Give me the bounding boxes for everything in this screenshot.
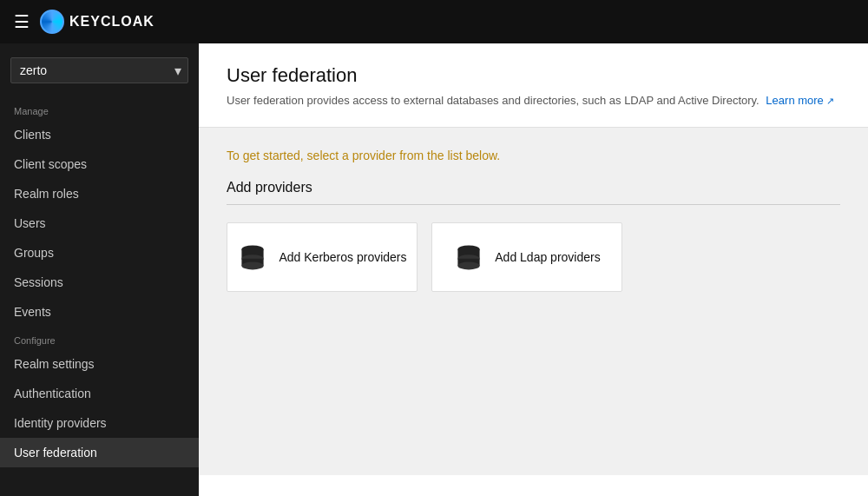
sidebar-item-user-federation-label: User federation — [14, 446, 97, 460]
realm-dropdown[interactable]: zerto master — [10, 57, 188, 83]
sidebar-item-authentication-label: Authentication — [14, 387, 91, 400]
sidebar-item-user-federation[interactable]: User federation — [0, 438, 199, 467]
ldap-provider-label: Add Ldap providers — [495, 250, 600, 264]
keycloak-logo-icon — [40, 10, 64, 34]
subtitle-text: User federation provides access to exter… — [227, 94, 760, 107]
kerberos-provider-card[interactable]: Add Kerberos providers — [227, 222, 418, 292]
sidebar-item-events[interactable]: Events — [0, 297, 199, 327]
content-body: To get started, select a provider from t… — [199, 128, 868, 475]
manage-section-label: Manage — [0, 97, 199, 120]
ldap-db-icon — [453, 241, 484, 273]
sidebar-item-realm-settings[interactable]: Realm settings — [0, 349, 199, 379]
sidebar-item-identity-providers-label: Identity providers — [14, 416, 107, 430]
sidebar-item-groups[interactable]: Groups — [0, 238, 199, 268]
providers-grid: Add Kerberos providers Add Ldap provider… — [227, 222, 840, 292]
sidebar-item-sessions[interactable]: Sessions — [0, 268, 199, 297]
kerberos-provider-label: Add Kerberos providers — [279, 250, 406, 264]
sidebar-item-users-label: Users — [14, 216, 46, 230]
sidebar-item-client-scopes[interactable]: Client scopes — [0, 149, 199, 179]
sidebar-item-users[interactable]: Users — [0, 208, 199, 238]
sidebar-item-groups-label: Groups — [14, 246, 54, 260]
configure-section-label: Configure — [0, 327, 199, 349]
sidebar-item-realm-roles[interactable]: Realm roles — [0, 179, 199, 208]
ldap-provider-card[interactable]: Add Ldap providers — [431, 222, 622, 292]
top-navigation: ☰ KEYCLOAK — [0, 0, 868, 43]
page-subtitle: User federation provides access to exter… — [227, 92, 840, 109]
sidebar-item-clients-label: Clients — [14, 128, 51, 142]
logo-text: KEYCLOAK — [69, 14, 155, 30]
sidebar-item-realm-settings-label: Realm settings — [14, 357, 95, 371]
sidebar-item-identity-providers[interactable]: Identity providers — [0, 408, 199, 438]
sidebar-item-clients[interactable]: Clients — [0, 120, 199, 149]
page-title: User federation — [227, 64, 840, 87]
content-header: User federation User federation provides… — [199, 43, 868, 128]
sidebar-item-sessions-label: Sessions — [14, 275, 63, 289]
realm-selector[interactable]: zerto master — [10, 57, 188, 83]
learn-more-link[interactable]: Learn more — [766, 94, 834, 107]
main-content: User federation User federation provides… — [199, 43, 868, 496]
sidebar: zerto master Manage Clients Client scope… — [0, 43, 199, 496]
svg-point-4 — [242, 261, 264, 269]
getting-started-text: To get started, select a provider from t… — [227, 149, 840, 162]
svg-point-9 — [458, 261, 480, 269]
sidebar-item-realm-roles-label: Realm roles — [14, 187, 79, 201]
add-providers-title: Add providers — [227, 180, 840, 205]
kerberos-db-icon — [237, 241, 268, 273]
sidebar-item-authentication[interactable]: Authentication — [0, 379, 199, 408]
main-layout: zerto master Manage Clients Client scope… — [0, 43, 868, 496]
sidebar-item-events-label: Events — [14, 305, 51, 319]
sidebar-item-client-scopes-label: Client scopes — [14, 157, 87, 171]
hamburger-icon[interactable]: ☰ — [14, 11, 30, 32]
logo: KEYCLOAK — [40, 10, 155, 34]
